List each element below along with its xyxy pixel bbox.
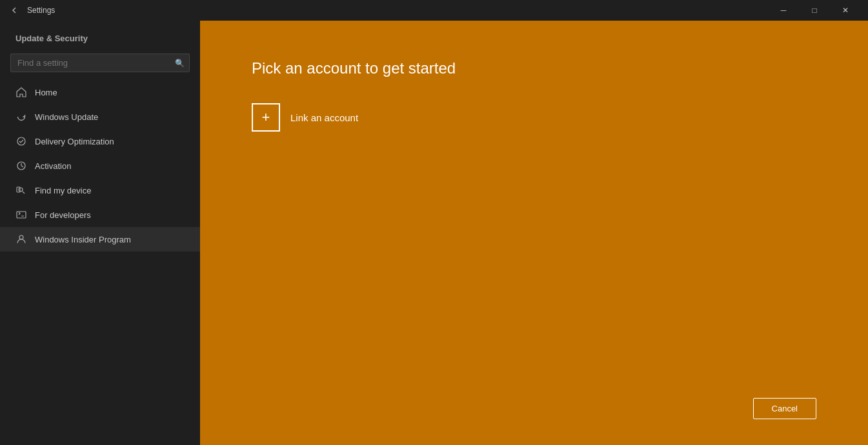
maximize-button[interactable]: □ [800, 0, 829, 21]
sidebar-item-developers-label: For developers [35, 210, 91, 220]
sidebar-item-activation-label: Activation [35, 161, 71, 171]
activation-icon [15, 160, 27, 172]
sidebar: Update & Security 🔍 Home [0, 21, 200, 445]
close-button[interactable]: ✕ [831, 0, 860, 21]
sidebar-item-insider-program[interactable]: Windows Insider Program [0, 227, 200, 252]
search-container: 🔍 [10, 54, 190, 72]
sidebar-item-windows-update[interactable]: Windows Update [0, 104, 200, 129]
add-account-button[interactable]: + [252, 103, 280, 132]
app-container: Update & Security 🔍 Home [0, 21, 868, 445]
modal-title: Pick an account to get started [252, 59, 816, 77]
sidebar-nav: Home Windows Update [0, 80, 200, 445]
svg-point-5 [19, 235, 23, 239]
sidebar-item-find-device[interactable]: Find my device [0, 178, 200, 203]
sidebar-section-title: Update & Security [15, 34, 185, 43]
search-icon[interactable]: 🔍 [175, 59, 185, 68]
link-account-label: Link an account [290, 112, 358, 123]
sidebar-item-insider-label: Windows Insider Program [35, 235, 131, 244]
sidebar-item-activation[interactable]: Activation [0, 153, 200, 178]
home-icon [15, 86, 27, 98]
sidebar-item-home-label: Home [35, 88, 57, 97]
sidebar-item-find-device-label: Find my device [35, 186, 91, 195]
cancel-row: Cancel [252, 385, 816, 419]
window-controls: ─ □ ✕ [769, 0, 860, 21]
back-button[interactable] [8, 4, 21, 17]
minimize-button[interactable]: ─ [769, 0, 798, 21]
sidebar-item-delivery-label: Delivery Optimization [35, 137, 114, 146]
link-account-row: + Link an account [252, 103, 816, 132]
cancel-button[interactable]: Cancel [753, 398, 816, 419]
sidebar-item-home[interactable]: Home [0, 80, 200, 104]
titlebar: Settings ─ □ ✕ [0, 0, 868, 21]
refresh-icon [15, 111, 27, 123]
sidebar-item-for-developers[interactable]: For developers [0, 203, 200, 227]
svg-rect-4 [17, 212, 26, 218]
sidebar-header: Update & Security [0, 21, 200, 51]
sidebar-item-delivery-optimization[interactable]: Delivery Optimization [0, 129, 200, 153]
delivery-icon [15, 135, 27, 147]
titlebar-title: Settings [27, 6, 769, 15]
find-device-icon [15, 184, 27, 196]
add-icon: + [262, 110, 270, 124]
main-content: Windows Insider Program Your PC does not… [200, 21, 868, 445]
svg-point-0 [17, 137, 25, 145]
developers-icon [15, 209, 27, 221]
search-input[interactable] [10, 54, 190, 72]
insider-icon [15, 233, 27, 245]
svg-point-2 [19, 188, 23, 192]
modal-overlay: Pick an account to get started + Link an… [200, 21, 868, 445]
sidebar-item-windows-update-label: Windows Update [35, 112, 98, 122]
